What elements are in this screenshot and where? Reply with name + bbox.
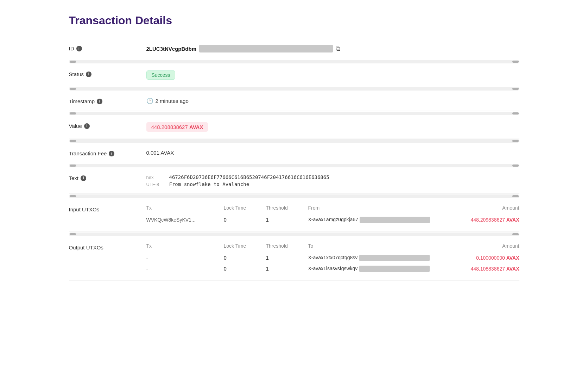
scroll-track-4[interactable]	[69, 139, 519, 143]
output-utxos-outer: Output UTXOs Tx Lock Time Threshold To A…	[69, 243, 519, 274]
scroll-thumb-right-4	[512, 140, 519, 142]
output-locktime-0: 0	[224, 255, 266, 261]
page-title: Transaction Details	[69, 14, 519, 27]
scroll-track-1[interactable]	[69, 60, 519, 63]
scroll-track-5[interactable]	[69, 164, 519, 167]
input-from-0: X-avax1amgz0gpkja67	[308, 216, 442, 223]
text-info-icon[interactable]: i	[81, 175, 86, 181]
value-amount: 448.208838627	[151, 124, 188, 130]
output-amount-value-0: 0.100000000 AVAX	[476, 255, 519, 261]
status-label: Status i	[69, 70, 146, 77]
output-amount-1: 448.108838627 AVAX	[442, 266, 519, 272]
scroll-thumb-left-1	[70, 61, 76, 63]
status-label-text: Status	[69, 71, 84, 77]
text-utf8-value: From snowflake to Avalanche	[169, 181, 249, 187]
output-threshold-1: 1	[266, 266, 308, 272]
scroll-track-3[interactable]	[69, 112, 519, 115]
output-header-to: To	[308, 243, 442, 249]
timestamp-label-text: Timestamp	[69, 98, 95, 104]
id-info-icon[interactable]: i	[76, 46, 82, 51]
scroll-track-6[interactable]	[69, 194, 519, 198]
output-header-amount: Amount	[442, 243, 519, 249]
input-utxo-row-0: WVKQcW8keSyKV1... 0 1 X-avax1amgz0gpkja6…	[146, 214, 519, 225]
output-to-blur-0	[359, 255, 430, 261]
value-label: Value i	[69, 122, 146, 129]
status-info-icon[interactable]: i	[86, 72, 91, 77]
input-threshold-0: 1	[266, 217, 308, 223]
id-label: ID i	[69, 45, 146, 51]
scroll-thumb-left-6	[70, 195, 76, 197]
input-tx-0[interactable]: WVKQcW8keSyKV1...	[146, 217, 224, 223]
value-badge: 448.208838627 AVAX	[146, 122, 208, 132]
output-to-0: X-avax1xtx07qctqg8sv	[308, 254, 442, 261]
clock-icon: 🕐	[146, 98, 153, 104]
input-amount-0: 448.209838627 AVAX	[442, 217, 519, 223]
text-hex-line: hex 46726F6D20736E6F77666C616B6520746F20…	[146, 174, 329, 180]
value-display: 448.208838627 AVAX	[146, 122, 519, 132]
scroll-thumb-right-3	[512, 112, 519, 114]
output-amount-number-0: 0.100000000	[476, 255, 505, 261]
input-utxos-table: Tx Lock Time Threshold From Amount WVKQc…	[146, 205, 519, 225]
output-header-locktime: Lock Time	[224, 243, 266, 249]
output-utxos-label: Output UTXOs	[69, 243, 146, 250]
input-from-partial-0: X-avax1amgz0gpkja67	[308, 217, 358, 222]
input-utxos-outer: Input UTXOs Tx Lock Time Threshold From …	[69, 205, 519, 225]
output-to-partial-0: X-avax1xtx07qctqg8sv	[308, 255, 358, 260]
fee-info-icon[interactable]: i	[109, 151, 114, 156]
output-to-partial-1: X-avax1lsasvsfgswkqv	[308, 266, 358, 271]
output-amount-currency-1: AVAX	[506, 266, 519, 272]
input-amount-value-0: 448.209838627 AVAX	[470, 217, 519, 223]
fee-label: Transaction Fee i	[69, 150, 146, 156]
input-tx-link-0[interactable]: WVKQcW8keSyKV1...	[146, 217, 196, 223]
input-from-blur-0	[360, 217, 430, 223]
copy-icon[interactable]: ⧉	[336, 45, 340, 52]
text-hex-type: hex	[146, 175, 162, 180]
output-header-threshold: Threshold	[266, 243, 308, 249]
scroll-thumb-left-2	[70, 88, 76, 90]
text-utf8-line: UTF-8 From snowflake to Avalanche	[146, 181, 329, 187]
text-label-text: Text	[69, 175, 79, 181]
fee-label-text: Transaction Fee	[69, 150, 107, 156]
timestamp-text: 2 minutes ago	[156, 98, 189, 104]
input-header-threshold: Threshold	[266, 205, 308, 211]
input-utxos-label: Input UTXOs	[69, 205, 146, 212]
input-utxos-header: Tx Lock Time Threshold From Amount	[146, 205, 519, 214]
output-amount-number-1: 448.108838627	[470, 266, 505, 272]
timestamp-row: Timestamp i 🕐 2 minutes ago	[69, 91, 519, 111]
id-visible-text: 2LUC3tNVcgpBdbm	[146, 46, 197, 52]
timestamp-display: 🕐 2 minutes ago	[146, 98, 189, 104]
input-utxos-section: Input UTXOs Tx Lock Time Threshold From …	[69, 199, 519, 232]
timestamp-info-icon[interactable]: i	[97, 99, 102, 104]
value-currency: AVAX	[189, 124, 203, 130]
text-row: Text i hex 46726F6D20736E6F77666C616B652…	[69, 168, 519, 194]
value-label-text: Value	[69, 123, 82, 129]
output-locktime-1: 0	[224, 266, 266, 272]
output-to-blur-1	[359, 266, 430, 272]
scroll-thumb-left-7	[70, 233, 76, 235]
text-hex-value: 46726F6D20736E6F77666C616B6520746F204176…	[169, 174, 329, 180]
output-header-tx: Tx	[146, 243, 224, 249]
status-value: Success	[146, 70, 519, 80]
text-value: hex 46726F6D20736E6F77666C616B6520746F20…	[146, 174, 519, 187]
input-header-tx: Tx	[146, 205, 224, 211]
value-info-icon[interactable]: i	[84, 123, 90, 129]
output-to-1: X-avax1lsasvsfgswkqv	[308, 265, 442, 272]
output-utxos-table: Tx Lock Time Threshold To Amount - 0 1 X…	[146, 243, 519, 274]
timestamp-label: Timestamp i	[69, 98, 146, 104]
scroll-track-2[interactable]	[69, 87, 519, 91]
output-utxos-section: Output UTXOs Tx Lock Time Threshold To A…	[69, 237, 519, 281]
text-label: Text i	[69, 174, 146, 181]
input-amount-number-0: 448.209838627	[470, 217, 505, 223]
fee-value: 0.001 AVAX	[146, 150, 519, 156]
output-utxo-row-1: - 0 1 X-avax1lsasvsfgswkqv 448.108838627…	[146, 263, 519, 274]
scroll-track-7[interactable]	[69, 233, 519, 236]
input-header-locktime: Lock Time	[224, 205, 266, 211]
output-amount-value-1: 448.108838627 AVAX	[470, 266, 519, 272]
scroll-thumb-left-5	[70, 165, 76, 167]
output-tx-1: -	[146, 266, 224, 272]
output-threshold-0: 1	[266, 255, 308, 261]
id-value: 2LUC3tNVcgpBdbm ⧉	[146, 45, 519, 52]
output-amount-currency-0: AVAX	[506, 255, 519, 261]
output-amount-0: 0.100000000 AVAX	[442, 255, 519, 261]
id-label-text: ID	[69, 45, 74, 51]
